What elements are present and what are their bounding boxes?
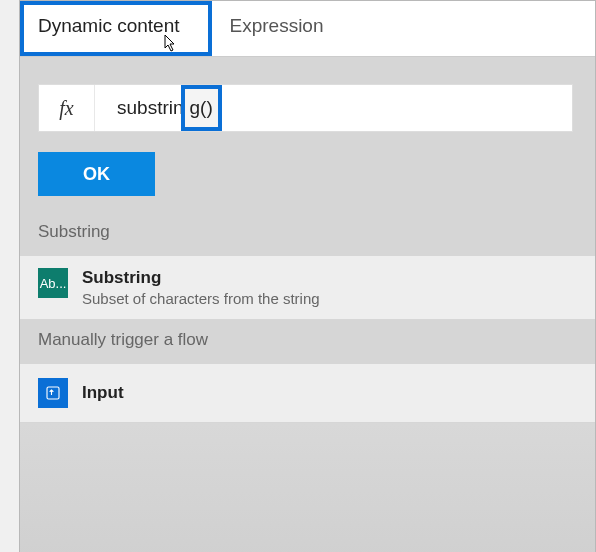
tab-expression[interactable]: Expression [212,1,356,56]
string-function-icon: Ab... [38,268,68,298]
section-header-substring: Substring [20,212,595,256]
empty-area [20,423,595,552]
button-row: OK [20,132,595,212]
fx-icon: fx [39,85,95,131]
item-description: Subset of characters from the string [82,290,320,307]
tab-bar: Dynamic content Expression [20,1,595,57]
ok-button[interactable]: OK [38,152,155,196]
tab-dynamic-content[interactable]: Dynamic content [20,1,212,56]
tab-label: Expression [230,15,324,36]
list-item-substring[interactable]: Ab... Substring Subset of characters fro… [20,256,595,320]
formula-cursor-highlight: g() [181,85,222,131]
item-title: Substring [82,268,320,288]
input-icon [38,378,68,408]
tab-label: Dynamic content [38,15,180,36]
formula-text-prefix: substrin [117,97,184,119]
formula-input[interactable]: substrin g() [95,85,572,131]
item-title: Input [82,383,124,403]
list-item-input[interactable]: Input [20,364,595,423]
formula-bar[interactable]: fx substrin g() [38,84,573,132]
item-text-block: Substring Subset of characters from the … [82,268,320,307]
section-header-trigger: Manually trigger a flow [20,320,595,364]
dynamic-content-panel: Dynamic content Expression fx substrin g… [19,0,596,552]
svg-rect-0 [47,387,59,399]
